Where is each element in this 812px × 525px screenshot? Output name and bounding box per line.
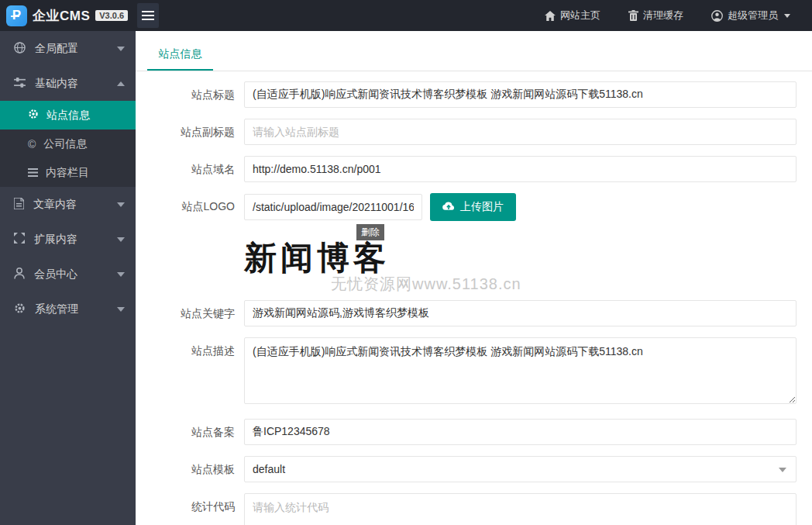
clear-cache-link[interactable]: 清理缓存	[618, 0, 694, 31]
caret-down-icon	[117, 272, 125, 277]
form-row-site-domain: 站点域名	[136, 156, 797, 182]
form-row-site-description: 站点描述 (自适应手机版)响应式新闻资讯技术博客织梦模板 游戏新闻网站源码下载5…	[136, 337, 797, 406]
sidebar-subitem-label: 公司信息	[43, 137, 87, 151]
tab-bar: 站点信息	[136, 31, 812, 71]
sidebar-item-label: 系统管理	[35, 302, 108, 316]
form-row-site-subtitle: 站点副标题	[136, 119, 797, 145]
sidebar-item-basic-content[interactable]: 基础内容	[0, 66, 136, 101]
sidebar-item-global-config[interactable]: 全局配置	[0, 31, 136, 66]
sidebar-item-label: 基础内容	[35, 77, 108, 91]
globe-icon	[14, 42, 26, 56]
sidebar-subitem-label: 站点信息	[46, 109, 90, 123]
topbar: P 企业CMS V3.0.6 网站主页 清理缓存	[0, 0, 812, 31]
caret-down-icon	[117, 237, 125, 242]
chevron-down-icon	[784, 14, 790, 18]
brand: P 企业CMS V3.0.6	[0, 5, 136, 26]
site-description-label: 站点描述	[136, 337, 244, 406]
form-row-site-icp: 站点备案	[136, 419, 797, 445]
site-template-label: 站点模板	[136, 456, 244, 482]
caret-down-icon	[117, 202, 125, 207]
sidebar-item-member-center[interactable]: 会员中心	[0, 257, 136, 292]
sidebar-subitem-content-columns[interactable]: 内容栏目	[0, 158, 136, 187]
form-row-site-title: 站点标题	[136, 81, 797, 108]
main-content: 站点信息 站点标题 站点副标题 站点域名 站点LOGO	[136, 31, 812, 525]
hamburger-icon	[142, 11, 154, 12]
gear-icon	[28, 109, 39, 122]
site-subtitle-input[interactable]	[244, 119, 797, 145]
site-template-select[interactable]: default	[244, 456, 797, 482]
admin-app: P 企业CMS V3.0.6 网站主页 清理缓存	[0, 0, 812, 525]
user-circle-icon	[711, 10, 723, 22]
site-icp-input[interactable]	[244, 419, 797, 445]
site-title-label: 站点标题	[136, 81, 244, 108]
site-info-form: 站点标题 站点副标题 站点域名 站点LOGO	[136, 71, 812, 525]
list-icon	[28, 167, 38, 179]
site-title-input[interactable]	[244, 81, 797, 108]
logo-preview: 删除 新闻博客 无忧资源网www.51138.cn	[244, 224, 797, 294]
site-description-textarea[interactable]: (自适应手机版)响应式新闻资讯技术博客织梦模板 游戏新闻网站源码下载51138.…	[244, 337, 797, 404]
form-row-site-logo: 站点LOGO 上传图片	[136, 193, 797, 221]
sidebar-item-system-management[interactable]: 系统管理	[0, 292, 136, 326]
chevron-down-icon	[779, 468, 786, 472]
topbar-nav: 网站主页 清理缓存 超级管理员	[534, 0, 812, 31]
caret-down-icon	[117, 47, 125, 51]
sidebar-subitem-company-info[interactable]: © 公司信息	[0, 130, 136, 158]
collapse-menu-button[interactable]	[137, 3, 159, 28]
brand-name: 企业CMS	[33, 7, 90, 25]
site-home-label: 网站主页	[560, 9, 600, 22]
home-icon	[545, 11, 556, 21]
sidebar-item-article-content[interactable]: 文章内容	[0, 187, 136, 222]
gear-icon	[14, 302, 26, 316]
caret-down-icon	[117, 307, 125, 312]
clear-cache-label: 清理缓存	[643, 9, 683, 22]
sidebar: 全局配置 基础内容 站点信息 © 公司信息	[0, 31, 136, 525]
sidebar-item-label: 文章内容	[33, 198, 108, 212]
cloud-upload-icon	[442, 201, 455, 213]
site-logo-image[interactable]: 新闻博客 无忧资源网www.51138.cn	[244, 224, 608, 294]
caret-up-icon	[117, 81, 125, 86]
site-logo-path-input[interactable]	[244, 194, 422, 220]
delete-image-button[interactable]: 删除	[356, 224, 384, 240]
form-row-site-template: 站点模板 default	[136, 456, 797, 482]
sidebar-submenu: 站点信息 © 公司信息 内容栏目	[0, 101, 136, 187]
stats-code-textarea[interactable]	[244, 493, 797, 525]
expand-icon	[14, 233, 25, 246]
form-row-stats-code: 统计代码	[136, 493, 797, 525]
sidebar-subitem-label: 内容栏目	[46, 166, 89, 180]
site-keywords-input[interactable]	[244, 300, 797, 326]
admin-user-menu[interactable]: 超级管理员	[700, 0, 801, 31]
sliders-icon	[14, 78, 26, 90]
sidebar-item-extended-content[interactable]: 扩展内容	[0, 222, 136, 257]
tab-site-info[interactable]: 站点信息	[147, 31, 213, 71]
sidebar-item-label: 全局配置	[35, 42, 108, 56]
sidebar-subitem-site-info[interactable]: 站点信息	[0, 101, 136, 130]
site-subtitle-label: 站点副标题	[136, 119, 244, 145]
sidebar-item-label: 会员中心	[34, 268, 108, 281]
site-logo-label: 站点LOGO	[136, 193, 244, 221]
stats-code-label: 统计代码	[136, 493, 244, 525]
site-home-link[interactable]: 网站主页	[534, 0, 611, 31]
document-icon	[14, 198, 24, 212]
version-badge: V3.0.6	[95, 10, 128, 21]
admin-user-label: 超级管理员	[728, 9, 778, 22]
site-domain-label: 站点域名	[136, 156, 244, 182]
site-icp-label: 站点备案	[136, 419, 244, 445]
form-row-site-keywords: 站点关键字	[136, 300, 797, 326]
site-keywords-label: 站点关键字	[136, 300, 244, 326]
site-domain-input[interactable]	[244, 156, 797, 182]
site-template-value: default	[245, 457, 796, 482]
copyright-icon: ©	[28, 139, 36, 150]
upload-image-label: 上传图片	[460, 200, 504, 214]
sidebar-item-label: 扩展内容	[34, 233, 108, 247]
member-icon	[14, 268, 25, 281]
brand-logo-icon: P	[6, 5, 27, 26]
logo-watermark-text: 无忧资源网www.51138.cn	[331, 274, 521, 295]
trash-icon	[628, 10, 638, 21]
upload-image-button[interactable]: 上传图片	[430, 193, 516, 221]
